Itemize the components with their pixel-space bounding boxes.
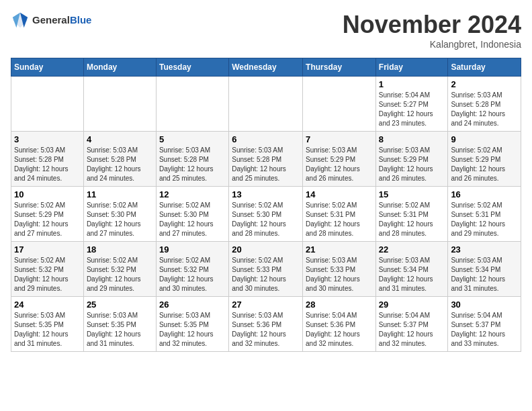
day-cell: 9Sunrise: 5:02 AM Sunset: 5:29 PM Daylig… xyxy=(448,132,521,187)
day-cell xyxy=(229,77,303,132)
day-info: Sunrise: 5:04 AM Sunset: 5:36 PM Dayligh… xyxy=(306,311,373,349)
day-number: 5 xyxy=(159,134,226,144)
day-header-friday: Friday xyxy=(375,58,448,77)
day-cell xyxy=(156,77,228,132)
day-cell: 18Sunrise: 5:02 AM Sunset: 5:32 PM Dayli… xyxy=(83,242,156,297)
day-cell: 15Sunrise: 5:02 AM Sunset: 5:31 PM Dayli… xyxy=(375,187,448,242)
day-info: Sunrise: 5:03 AM Sunset: 5:29 PM Dayligh… xyxy=(306,146,373,183)
logo-blue: Blue xyxy=(70,14,92,26)
day-info: Sunrise: 5:02 AM Sunset: 5:30 PM Dayligh… xyxy=(159,201,226,238)
day-info: Sunrise: 5:03 AM Sunset: 5:28 PM Dayligh… xyxy=(14,146,81,183)
day-cell xyxy=(83,77,156,132)
calendar-header: SundayMondayTuesdayWednesdayThursdayFrid… xyxy=(11,58,521,77)
day-number: 12 xyxy=(159,189,226,199)
day-number: 6 xyxy=(232,134,300,144)
day-cell xyxy=(11,77,84,132)
day-cell: 27Sunrise: 5:03 AM Sunset: 5:36 PM Dayli… xyxy=(229,297,303,352)
day-cell: 28Sunrise: 5:04 AM Sunset: 5:36 PM Dayli… xyxy=(303,297,376,352)
day-cell: 3Sunrise: 5:03 AM Sunset: 5:28 PM Daylig… xyxy=(11,132,84,187)
day-number: 13 xyxy=(232,189,300,199)
day-info: Sunrise: 5:02 AM Sunset: 5:30 PM Dayligh… xyxy=(87,201,153,238)
day-info: Sunrise: 5:03 AM Sunset: 5:29 PM Dayligh… xyxy=(379,146,445,183)
day-cell: 5Sunrise: 5:03 AM Sunset: 5:28 PM Daylig… xyxy=(156,132,228,187)
day-header-thursday: Thursday xyxy=(303,58,376,77)
day-info: Sunrise: 5:03 AM Sunset: 5:33 PM Dayligh… xyxy=(306,256,373,293)
calendar: SundayMondayTuesdayWednesdayThursdayFrid… xyxy=(11,58,521,352)
day-info: Sunrise: 5:02 AM Sunset: 5:33 PM Dayligh… xyxy=(232,256,300,293)
day-info: Sunrise: 5:04 AM Sunset: 5:27 PM Dayligh… xyxy=(379,91,445,128)
day-info: Sunrise: 5:02 AM Sunset: 5:32 PM Dayligh… xyxy=(159,256,226,293)
day-cell xyxy=(303,77,376,132)
day-header-sunday: Sunday xyxy=(11,58,84,77)
day-header-wednesday: Wednesday xyxy=(229,58,303,77)
day-number: 11 xyxy=(87,189,153,199)
day-info: Sunrise: 5:03 AM Sunset: 5:34 PM Dayligh… xyxy=(379,256,445,293)
day-number: 22 xyxy=(379,244,445,255)
day-number: 17 xyxy=(14,244,81,255)
day-info: Sunrise: 5:03 AM Sunset: 5:35 PM Dayligh… xyxy=(87,311,153,349)
day-number: 30 xyxy=(451,300,518,310)
day-cell: 10Sunrise: 5:02 AM Sunset: 5:29 PM Dayli… xyxy=(11,187,84,242)
day-info: Sunrise: 5:03 AM Sunset: 5:28 PM Dayligh… xyxy=(87,146,153,183)
day-info: Sunrise: 5:03 AM Sunset: 5:35 PM Dayligh… xyxy=(14,311,81,349)
day-number: 27 xyxy=(232,300,300,310)
day-cell: 20Sunrise: 5:02 AM Sunset: 5:33 PM Dayli… xyxy=(229,242,303,297)
day-cell: 22Sunrise: 5:03 AM Sunset: 5:34 PM Dayli… xyxy=(375,242,448,297)
day-header-monday: Monday xyxy=(83,58,156,77)
day-cell: 29Sunrise: 5:04 AM Sunset: 5:37 PM Dayli… xyxy=(375,297,448,352)
page-header: GeneralBlue November 2024 Kalangbret, In… xyxy=(11,11,521,50)
day-cell: 12Sunrise: 5:02 AM Sunset: 5:30 PM Dayli… xyxy=(156,187,228,242)
day-cell: 23Sunrise: 5:03 AM Sunset: 5:34 PM Dayli… xyxy=(448,242,521,297)
day-cell: 17Sunrise: 5:02 AM Sunset: 5:32 PM Dayli… xyxy=(11,242,84,297)
day-number: 28 xyxy=(306,300,373,310)
day-cell: 30Sunrise: 5:04 AM Sunset: 5:37 PM Dayli… xyxy=(448,297,521,352)
day-info: Sunrise: 5:03 AM Sunset: 5:28 PM Dayligh… xyxy=(451,91,518,128)
day-cell: 1Sunrise: 5:04 AM Sunset: 5:27 PM Daylig… xyxy=(375,77,448,132)
day-cell: 4Sunrise: 5:03 AM Sunset: 5:28 PM Daylig… xyxy=(83,132,156,187)
day-info: Sunrise: 5:02 AM Sunset: 5:32 PM Dayligh… xyxy=(14,256,81,293)
month-title: November 2024 xyxy=(343,11,521,39)
day-cell: 26Sunrise: 5:03 AM Sunset: 5:35 PM Dayli… xyxy=(156,297,228,352)
logo-text: GeneralBlue xyxy=(32,15,91,26)
day-number: 19 xyxy=(159,244,226,255)
logo-icon xyxy=(11,11,30,30)
day-number: 29 xyxy=(379,300,445,310)
day-number: 15 xyxy=(379,189,445,199)
day-info: Sunrise: 5:04 AM Sunset: 5:37 PM Dayligh… xyxy=(379,311,445,349)
day-cell: 13Sunrise: 5:02 AM Sunset: 5:30 PM Dayli… xyxy=(229,187,303,242)
day-number: 7 xyxy=(306,134,373,144)
day-info: Sunrise: 5:03 AM Sunset: 5:34 PM Dayligh… xyxy=(451,256,518,293)
day-cell: 11Sunrise: 5:02 AM Sunset: 5:30 PM Dayli… xyxy=(83,187,156,242)
day-info: Sunrise: 5:02 AM Sunset: 5:29 PM Dayligh… xyxy=(451,146,518,183)
week-row-4: 17Sunrise: 5:02 AM Sunset: 5:32 PM Dayli… xyxy=(11,242,521,297)
day-info: Sunrise: 5:03 AM Sunset: 5:35 PM Dayligh… xyxy=(159,311,226,349)
day-number: 26 xyxy=(159,300,226,310)
logo-general: General xyxy=(32,14,70,26)
day-cell: 16Sunrise: 5:02 AM Sunset: 5:31 PM Dayli… xyxy=(448,187,521,242)
day-number: 21 xyxy=(306,244,373,255)
day-cell: 21Sunrise: 5:03 AM Sunset: 5:33 PM Dayli… xyxy=(303,242,376,297)
day-cell: 19Sunrise: 5:02 AM Sunset: 5:32 PM Dayli… xyxy=(156,242,228,297)
day-cell: 6Sunrise: 5:03 AM Sunset: 5:28 PM Daylig… xyxy=(229,132,303,187)
day-number: 10 xyxy=(14,189,81,199)
day-number: 1 xyxy=(379,79,445,89)
title-block: November 2024 Kalangbret, Indonesia xyxy=(343,11,521,50)
day-number: 8 xyxy=(379,134,445,144)
day-header-saturday: Saturday xyxy=(448,58,521,77)
day-info: Sunrise: 5:02 AM Sunset: 5:31 PM Dayligh… xyxy=(379,201,445,238)
week-row-2: 3Sunrise: 5:03 AM Sunset: 5:28 PM Daylig… xyxy=(11,132,521,187)
day-info: Sunrise: 5:03 AM Sunset: 5:28 PM Dayligh… xyxy=(232,146,300,183)
day-number: 14 xyxy=(306,189,373,199)
day-number: 3 xyxy=(14,134,81,144)
day-info: Sunrise: 5:02 AM Sunset: 5:29 PM Dayligh… xyxy=(14,201,81,238)
day-cell: 25Sunrise: 5:03 AM Sunset: 5:35 PM Dayli… xyxy=(83,297,156,352)
location: Kalangbret, Indonesia xyxy=(343,39,521,50)
day-info: Sunrise: 5:02 AM Sunset: 5:31 PM Dayligh… xyxy=(306,201,373,238)
day-header-tuesday: Tuesday xyxy=(156,58,228,77)
day-info: Sunrise: 5:02 AM Sunset: 5:32 PM Dayligh… xyxy=(87,256,153,293)
week-row-1: 1Sunrise: 5:04 AM Sunset: 5:27 PM Daylig… xyxy=(11,77,521,132)
day-cell: 14Sunrise: 5:02 AM Sunset: 5:31 PM Dayli… xyxy=(303,187,376,242)
day-cell: 7Sunrise: 5:03 AM Sunset: 5:29 PM Daylig… xyxy=(303,132,376,187)
day-cell: 24Sunrise: 5:03 AM Sunset: 5:35 PM Dayli… xyxy=(11,297,84,352)
week-row-3: 10Sunrise: 5:02 AM Sunset: 5:29 PM Dayli… xyxy=(11,187,521,242)
